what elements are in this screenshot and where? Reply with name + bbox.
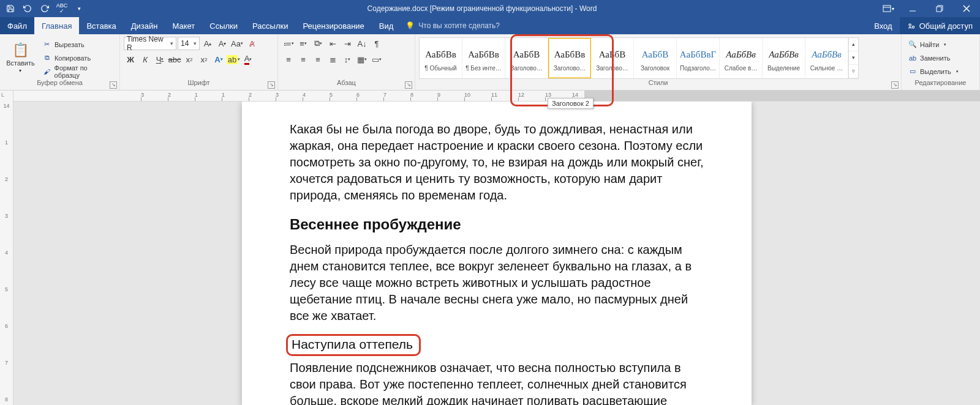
shrink-font-button[interactable]: A▾ bbox=[216, 37, 229, 50]
tab-view[interactable]: Вид bbox=[372, 17, 401, 34]
tab-design[interactable]: Дизайн bbox=[124, 17, 165, 34]
annotation-heading-2: Наступила оттепель bbox=[286, 334, 421, 356]
shading-button[interactable]: ▦▾ bbox=[355, 53, 369, 66]
highlight-button[interactable]: ab▾ bbox=[227, 53, 240, 66]
italic-button[interactable]: К bbox=[138, 53, 152, 66]
more-icon[interactable]: ▿ bbox=[849, 65, 858, 78]
undo-icon[interactable] bbox=[20, 1, 36, 16]
format-painter-button[interactable]: 🖌Формат по образцу bbox=[40, 65, 116, 78]
underline-button[interactable]: Ч▾ bbox=[153, 53, 167, 66]
show-marks-button[interactable]: ¶ bbox=[370, 37, 383, 50]
style-sample: АаБбВв bbox=[425, 44, 456, 65]
tab-home[interactable]: Главная bbox=[34, 17, 79, 34]
cut-icon: ✂ bbox=[42, 40, 52, 48]
style-name: ¶ Обычный bbox=[421, 65, 461, 72]
dialog-launcher-icon[interactable]: ↘ bbox=[268, 81, 275, 89]
font-size-combo[interactable]: 14 bbox=[178, 37, 200, 50]
heading-2[interactable]: Наступила оттепель bbox=[292, 337, 413, 352]
horizontal-ruler: 3211234567891011121314151617 bbox=[13, 91, 980, 102]
replace-icon: ab bbox=[908, 54, 918, 62]
body-paragraph[interactable]: Весной природа пробуждается после долгог… bbox=[290, 242, 704, 324]
decrease-indent-button[interactable]: ⇤ bbox=[326, 37, 339, 50]
text-effects-button[interactable]: A▾ bbox=[212, 53, 225, 66]
grow-font-button[interactable]: A▴ bbox=[201, 37, 214, 50]
minimize-button[interactable] bbox=[899, 0, 926, 17]
dialog-launcher-icon[interactable]: ↘ bbox=[110, 81, 117, 89]
ribbon-display-options-icon[interactable]: ▾ bbox=[877, 0, 899, 17]
sort-button[interactable]: A↓ bbox=[355, 37, 369, 50]
style-item[interactable]: АаБбВв¶ Без инте… bbox=[462, 38, 505, 78]
body-paragraph[interactable]: Какая бы не была погода во дворе, будь т… bbox=[290, 121, 704, 204]
style-item[interactable]: АаБбВвГПодзаголо… bbox=[677, 38, 720, 78]
select-button[interactable]: ▭Выделить▾ bbox=[905, 65, 961, 78]
style-item[interactable]: АаБбВЗаголовок bbox=[634, 38, 677, 78]
body-paragraph[interactable]: Появление подснежников означает, что вес… bbox=[290, 360, 704, 405]
tab-insert[interactable]: Вставка bbox=[79, 17, 123, 34]
dialog-launcher-icon[interactable]: ↘ bbox=[891, 81, 899, 89]
change-case-button[interactable]: Aa▾ bbox=[230, 37, 244, 50]
style-name: Выделение bbox=[764, 65, 804, 72]
group-label: Шрифт↘ bbox=[120, 79, 277, 90]
gallery-scroll[interactable]: ▴▾▿ bbox=[848, 38, 858, 78]
heading-1[interactable]: Весеннее пробуждение bbox=[290, 216, 704, 233]
strikethrough-button[interactable]: abc bbox=[168, 53, 181, 66]
align-center-button[interactable]: ≡ bbox=[296, 53, 310, 66]
font-name-combo[interactable]: Times New R bbox=[124, 37, 176, 50]
dialog-launcher-icon[interactable]: ↘ bbox=[405, 81, 412, 89]
numbering-button[interactable]: ≡▾ bbox=[296, 37, 310, 50]
line-spacing-button[interactable]: ↕▾ bbox=[341, 53, 354, 66]
borders-button[interactable]: ▭▾ bbox=[370, 53, 383, 66]
chevron-up-icon[interactable]: ▴ bbox=[849, 38, 858, 51]
share-button[interactable]: Общий доступ bbox=[900, 17, 980, 34]
multilevel-list-button[interactable]: ⧉▾ bbox=[311, 37, 325, 50]
tell-me-search[interactable]: 💡 Что вы хотите сделать? bbox=[405, 17, 500, 34]
style-name: Заголово… bbox=[550, 65, 589, 72]
subscript-button[interactable]: x2 bbox=[183, 53, 196, 66]
bold-button[interactable]: Ж bbox=[124, 53, 137, 66]
qat-more-icon[interactable]: ▾ bbox=[71, 1, 87, 16]
window-title: Содержание.docx [Режим ограниченной функ… bbox=[87, 4, 877, 13]
select-icon: ▭ bbox=[908, 67, 918, 75]
svg-rect-3 bbox=[937, 7, 941, 12]
paste-button[interactable]: 📋 Вставить ▾ bbox=[4, 38, 37, 78]
style-item[interactable]: АаБбВЗаголово… bbox=[591, 38, 634, 78]
replace-button[interactable]: abЗаменить bbox=[905, 52, 961, 64]
increase-indent-button[interactable]: ⇥ bbox=[341, 37, 354, 50]
style-name: Заголово… bbox=[507, 65, 546, 72]
style-name: ¶ Без инте… bbox=[464, 65, 503, 72]
save-icon[interactable] bbox=[2, 1, 18, 16]
bullets-button[interactable]: ≔▾ bbox=[282, 37, 295, 50]
superscript-button[interactable]: x2 bbox=[197, 53, 211, 66]
cut-button[interactable]: ✂Вырезать bbox=[40, 39, 116, 51]
redo-icon[interactable] bbox=[37, 1, 53, 16]
styles-gallery[interactable]: АаБбВв¶ ОбычныйАаБбВв¶ Без инте…АаБбВЗаг… bbox=[419, 37, 859, 79]
document-area[interactable]: Какая бы не была погода во дворе, будь т… bbox=[13, 91, 980, 405]
quick-access-toolbar: ABC✓ ▾ bbox=[0, 1, 87, 16]
page: Какая бы не была погода во дворе, будь т… bbox=[242, 102, 752, 405]
close-button[interactable] bbox=[953, 0, 980, 17]
style-item[interactable]: АаБбВв¶ Обычный bbox=[420, 38, 462, 78]
tab-layout[interactable]: Макет bbox=[165, 17, 202, 34]
tab-file[interactable]: Файл bbox=[0, 17, 34, 34]
style-item[interactable]: АаБбВвВыделение bbox=[763, 38, 805, 78]
find-button[interactable]: 🔍Найти▾ bbox=[905, 39, 961, 51]
lightbulb-icon: 💡 bbox=[405, 21, 415, 30]
signin-link[interactable]: Вход bbox=[867, 17, 899, 34]
align-right-button[interactable]: ≡ bbox=[311, 53, 325, 66]
chevron-down-icon[interactable]: ▾ bbox=[849, 51, 858, 65]
style-item[interactable]: АаБбВЗаголово… bbox=[505, 38, 548, 78]
group-styles: АаБбВв¶ ОбычныйАаБбВв¶ Без инте…АаБбВЗаг… bbox=[415, 34, 902, 90]
style-item[interactable]: АаБбВвСильное … bbox=[805, 38, 848, 78]
font-color-button[interactable]: A▾ bbox=[241, 53, 255, 66]
align-left-button[interactable]: ≡ bbox=[282, 53, 295, 66]
copy-button[interactable]: ⧉Копировать bbox=[40, 52, 116, 64]
clear-formatting-button[interactable]: A̷ bbox=[245, 37, 258, 50]
maximize-button[interactable] bbox=[926, 0, 953, 17]
style-item[interactable]: АаБбВвСлабое в… bbox=[720, 38, 763, 78]
tab-review[interactable]: Рецензирование bbox=[295, 17, 371, 34]
spelling-icon[interactable]: ABC✓ bbox=[54, 1, 70, 16]
tab-mailings[interactable]: Рассылки bbox=[245, 17, 295, 34]
justify-button[interactable]: ≣ bbox=[326, 53, 339, 66]
style-item[interactable]: АаБбВвЗаголово… bbox=[548, 38, 591, 78]
tab-references[interactable]: Ссылки bbox=[202, 17, 245, 34]
